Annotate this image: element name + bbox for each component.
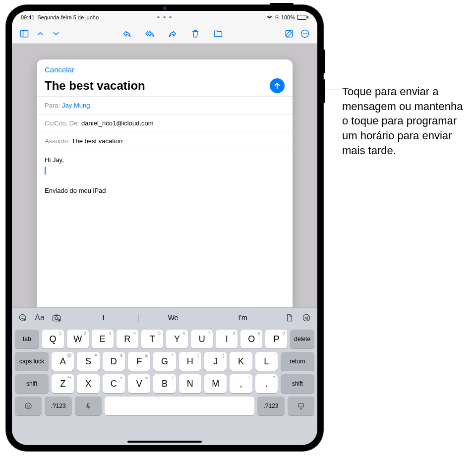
svg-point-4 [303, 33, 304, 34]
key-s[interactable]: #S [77, 352, 99, 371]
key-comma[interactable]: !, [230, 374, 252, 393]
suggestion-3[interactable]: I'm [208, 311, 278, 325]
key-symbols-right[interactable]: .?123 [257, 397, 284, 415]
key-d[interactable]: $D [103, 352, 125, 371]
signature-text: Enviado do meu iPad [45, 187, 285, 194]
keyboard: Aa I We I'm [12, 307, 317, 445]
key-t[interactable]: 5T [141, 330, 163, 348]
key-m[interactable]: :M [204, 374, 227, 393]
sidebar-toggle-icon[interactable] [18, 27, 31, 40]
cc-label: Cc/Cco, De: [45, 119, 79, 127]
body-input[interactable]: Hi Jay, Enviado do meu iPad [37, 150, 293, 311]
svg-point-5 [304, 33, 305, 34]
home-indicator[interactable] [127, 441, 202, 443]
key-h[interactable]: (H [179, 352, 201, 371]
status-time: 09:41 [21, 14, 35, 20]
key-l[interactable]: "L [255, 352, 278, 371]
compose-title: The best vacation [45, 79, 145, 93]
svg-rect-19 [298, 403, 303, 407]
status-bar: 09:41 Segunda-feira 5 de junho • • • ☉ 1… [12, 11, 317, 24]
key-g[interactable]: *G [153, 352, 176, 371]
power-button [270, 3, 294, 5]
to-value[interactable]: Jay Mung [62, 102, 90, 109]
key-p[interactable]: 0P [265, 330, 287, 348]
key-symbols-left[interactable]: .?123 [45, 397, 71, 415]
subject-value: The best vacation [72, 137, 123, 145]
key-x[interactable]: -X [77, 374, 99, 393]
key-v[interactable]: =V [128, 374, 150, 393]
svg-point-17 [29, 405, 30, 406]
subject-field[interactable]: Assunto: The best vacation [37, 132, 293, 150]
svg-point-16 [27, 405, 28, 406]
text-format-icon[interactable]: Aa [33, 311, 47, 325]
key-c[interactable]: +C [103, 374, 125, 393]
forward-icon[interactable] [166, 27, 179, 40]
key-z[interactable]: %Z [52, 374, 74, 393]
key-hide-keyboard[interactable] [288, 397, 314, 415]
key-b[interactable]: /B [153, 374, 176, 393]
cc-value: daniel_rico1@icloud.com [81, 119, 153, 127]
key-space[interactable] [105, 397, 254, 415]
camera-icon[interactable] [50, 311, 63, 325]
key-k[interactable]: 'K [230, 352, 252, 371]
to-label: Para: [45, 102, 60, 109]
svg-point-14 [303, 314, 310, 321]
key-u[interactable]: 7U [191, 330, 213, 348]
key-j[interactable]: )J [204, 352, 227, 371]
markup-icon[interactable] [299, 311, 313, 325]
text-cursor [45, 167, 46, 174]
emoji-search-icon[interactable] [16, 311, 30, 325]
svg-point-15 [25, 403, 31, 409]
key-row-4: .?123 .?123 [15, 397, 314, 415]
key-a[interactable]: @A [52, 352, 74, 371]
key-y[interactable]: 6Y [166, 330, 188, 348]
key-row-3: shift %Z -X +C =V /B ;N :M !, ?. shift [15, 374, 314, 393]
trash-icon[interactable] [189, 27, 202, 40]
key-shift-left[interactable]: shift [15, 374, 49, 393]
key-emoji[interactable] [15, 397, 42, 415]
chevron-up-icon[interactable] [34, 27, 47, 40]
key-f[interactable]: &F [128, 352, 150, 371]
cancel-button[interactable]: Cancelar [45, 65, 74, 74]
body-greeting: Hi Jay, [45, 156, 285, 164]
key-w[interactable]: 2W [67, 330, 89, 348]
folder-icon[interactable] [212, 27, 225, 40]
multitask-indicator[interactable]: • • • [157, 13, 173, 22]
key-n[interactable]: ;N [179, 374, 201, 393]
to-field[interactable]: Para: Jay Mung [37, 96, 293, 114]
key-i[interactable]: 8I [216, 330, 238, 348]
suggestion-2[interactable]: We [138, 311, 208, 325]
ipad-frame: 09:41 Segunda-feira 5 de junho • • • ☉ 1… [6, 5, 323, 451]
key-period[interactable]: ?. [255, 374, 278, 393]
suggestion-1[interactable]: I [68, 311, 138, 325]
key-delete[interactable]: delete [290, 330, 314, 348]
key-tab[interactable]: tab [15, 330, 39, 348]
svg-point-8 [21, 316, 22, 317]
key-o[interactable]: 9O [240, 330, 262, 348]
chevron-down-icon[interactable] [50, 27, 62, 40]
reply-icon[interactable] [120, 27, 133, 40]
compose-icon[interactable] [283, 27, 296, 40]
compose-sheet: Cancelar The best vacation Para: Jay Mun… [37, 59, 293, 311]
svg-point-10 [24, 319, 26, 321]
status-date: Segunda-feira 5 de junho [38, 14, 99, 20]
more-icon[interactable] [298, 27, 311, 40]
battery-icon [297, 15, 308, 20]
front-camera [163, 6, 167, 10]
key-return[interactable]: return [281, 352, 314, 371]
cc-field[interactable]: Cc/Cco, De: daniel_rico1@icloud.com [37, 114, 293, 132]
mail-toolbar [12, 24, 317, 44]
scan-document-icon[interactable] [283, 311, 297, 325]
key-e[interactable]: 3E [92, 330, 114, 348]
key-dictation[interactable] [75, 397, 102, 415]
key-q[interactable]: 1Q [42, 330, 64, 348]
key-shift-right[interactable]: shift [281, 374, 314, 393]
key-row-1: tab 1Q 2W 3E 4R 5T 6Y 7U 8I 9O 0P delete [15, 330, 314, 348]
reply-all-icon[interactable] [143, 27, 156, 40]
key-r[interactable]: 4R [117, 330, 138, 348]
svg-point-9 [23, 316, 24, 317]
svg-point-6 [306, 33, 307, 34]
send-button[interactable] [270, 78, 285, 93]
volume-down-button [323, 79, 325, 103]
key-capslock[interactable]: caps lock [15, 352, 49, 371]
